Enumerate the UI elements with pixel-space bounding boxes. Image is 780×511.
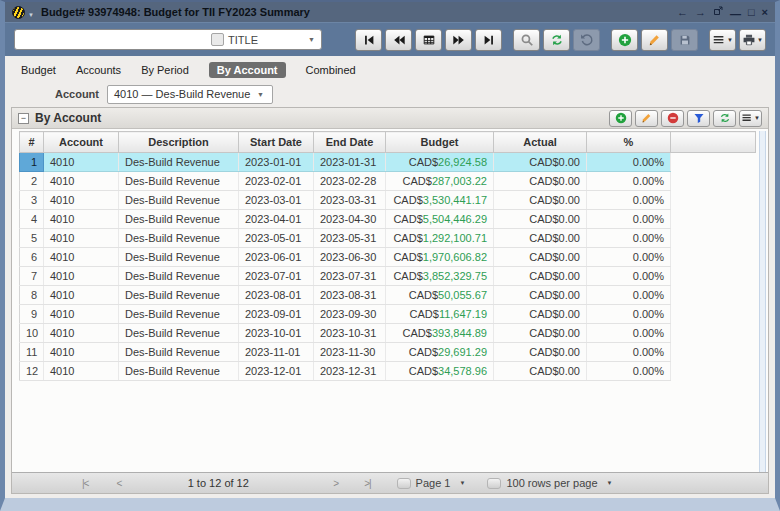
cell-description: Des-Build Revenue xyxy=(119,210,239,229)
table-row[interactable]: 11 4010 Des-Build Revenue 2023-11-01 202… xyxy=(20,343,756,362)
last-record-button[interactable] xyxy=(475,29,502,51)
first-record-button[interactable] xyxy=(355,29,382,51)
cell-percent: 0.00% xyxy=(587,267,671,286)
tab[interactable]: By Period xyxy=(141,64,189,76)
cell-end-date: 2023-10-31 xyxy=(314,324,386,343)
search-input[interactable] xyxy=(17,32,211,47)
column-header[interactable] xyxy=(671,132,756,153)
vertical-scrollbar[interactable] xyxy=(759,131,766,472)
list-menu-button[interactable]: ▼ xyxy=(709,29,736,51)
page-selector[interactable]: Page 1 ▼ xyxy=(397,477,466,489)
cell-account: 4010 xyxy=(44,267,119,286)
cell-percent: 0.00% xyxy=(587,343,671,362)
refresh-button[interactable] xyxy=(543,29,570,51)
minimize-icon[interactable]: — xyxy=(730,9,741,20)
table-row[interactable]: 5 4010 Des-Build Revenue 2023-05-01 2023… xyxy=(20,229,756,248)
table-row[interactable]: 7 4010 Des-Build Revenue 2023-07-01 2023… xyxy=(20,267,756,286)
tab[interactable]: By Account xyxy=(209,62,286,78)
next-page-icon[interactable]: > xyxy=(333,478,338,489)
column-header[interactable]: End Date xyxy=(314,132,386,153)
add-button[interactable] xyxy=(611,29,638,51)
close-icon[interactable]: × xyxy=(762,7,768,18)
cell-row-number: 8 xyxy=(20,286,44,305)
cell-filler xyxy=(671,305,756,324)
delete-row-button[interactable] xyxy=(661,110,684,127)
column-header[interactable]: Budget xyxy=(386,132,494,153)
cell-end-date: 2023-07-31 xyxy=(314,267,386,286)
cell-start-date: 2023-12-01 xyxy=(239,362,314,381)
back-icon[interactable]: ← xyxy=(677,7,688,18)
table-row[interactable]: 9 4010 Des-Build Revenue 2023-09-01 2023… xyxy=(20,305,756,324)
forward-icon[interactable]: → xyxy=(695,7,706,18)
column-header[interactable]: # xyxy=(20,132,44,153)
cell-budget: CAD$11,647.19 xyxy=(386,305,494,324)
tab[interactable]: Budget xyxy=(21,64,56,76)
edit-button[interactable] xyxy=(641,29,668,51)
column-header[interactable]: Description xyxy=(119,132,239,153)
table-row[interactable]: 6 4010 Des-Build Revenue 2023-06-01 2023… xyxy=(20,248,756,267)
first-page-icon[interactable]: |< xyxy=(82,478,88,489)
column-header[interactable]: % xyxy=(587,132,671,153)
table-row[interactable]: 1 4010 Des-Build Revenue 2023-01-01 2023… xyxy=(20,153,756,172)
edit-row-button[interactable] xyxy=(635,110,658,127)
search-button[interactable] xyxy=(513,29,540,51)
table-row[interactable]: 4 4010 Des-Build Revenue 2023-04-01 2023… xyxy=(20,210,756,229)
chevron-down-icon[interactable]: ▼ xyxy=(308,36,317,43)
grid-view-button[interactable] xyxy=(415,29,442,51)
cell-budget: CAD$50,055.67 xyxy=(386,286,494,305)
cell-row-number: 5 xyxy=(20,229,44,248)
cell-start-date: 2023-09-01 xyxy=(239,305,314,324)
cell-row-number: 4 xyxy=(20,210,44,229)
print-button[interactable]: ▼ xyxy=(739,29,766,51)
search-options-button[interactable] xyxy=(211,33,224,46)
cell-account: 4010 xyxy=(44,362,119,381)
filter-button[interactable] xyxy=(687,110,710,127)
table-row[interactable]: 8 4010 Des-Build Revenue 2023-08-01 2023… xyxy=(20,286,756,305)
table-row[interactable]: 12 4010 Des-Build Revenue 2023-12-01 202… xyxy=(20,362,756,381)
by-account-table: # Account Description Start Date End Dat… xyxy=(19,131,756,381)
table-body: 1 4010 Des-Build Revenue 2023-01-01 2023… xyxy=(20,153,756,381)
logo-menu-caret-icon[interactable]: ▼ xyxy=(28,12,34,18)
cell-description: Des-Build Revenue xyxy=(119,172,239,191)
grid-menu-button[interactable]: ▼ xyxy=(739,110,762,127)
chevron-down-icon: ▼ xyxy=(757,37,763,43)
cell-actual: CAD$0.00 xyxy=(494,172,587,191)
cell-budget: CAD$1,292,100.71 xyxy=(386,229,494,248)
next-record-button[interactable] xyxy=(445,29,472,51)
panel-actions: ▼ xyxy=(609,110,762,127)
cell-actual: CAD$0.00 xyxy=(494,210,587,229)
panel-title: By Account xyxy=(35,111,101,125)
page-selector-value: Page 1 xyxy=(416,477,451,489)
last-page-icon[interactable]: >| xyxy=(364,478,370,489)
chevron-down-icon: ▼ xyxy=(459,480,465,486)
chevron-down-icon: ▼ xyxy=(257,91,266,98)
account-select[interactable]: 4010 — Des-Build Revenue ▼ xyxy=(107,85,273,104)
table-row[interactable]: 3 4010 Des-Build Revenue 2023-03-01 2023… xyxy=(20,191,756,210)
page-size-selector[interactable]: 100 rows per page ▼ xyxy=(487,477,612,489)
add-row-button[interactable] xyxy=(609,110,632,127)
cell-budget: CAD$1,970,606.82 xyxy=(386,248,494,267)
app-logo-icon[interactable] xyxy=(12,6,25,19)
search-field-selector[interactable]: TITLE xyxy=(228,34,308,46)
column-header[interactable]: Actual xyxy=(494,132,587,153)
maximize-icon[interactable]: □ xyxy=(748,7,755,18)
table-row[interactable]: 10 4010 Des-Build Revenue 2023-10-01 202… xyxy=(20,324,756,343)
column-header[interactable]: Account xyxy=(44,132,119,153)
popout-icon[interactable] xyxy=(713,6,723,18)
previous-page-icon[interactable]: < xyxy=(116,478,121,489)
cell-actual: CAD$0.00 xyxy=(494,305,587,324)
collapse-panel-icon[interactable]: − xyxy=(18,113,29,124)
cell-percent: 0.00% xyxy=(587,229,671,248)
cell-start-date: 2023-02-01 xyxy=(239,172,314,191)
titlebar: ▼ Budget# 93974948: Budget for TII FY202… xyxy=(5,2,775,22)
cell-description: Des-Build Revenue xyxy=(119,305,239,324)
tab[interactable]: Combined xyxy=(306,64,356,76)
refresh-grid-button[interactable] xyxy=(713,110,736,127)
cell-row-number: 9 xyxy=(20,305,44,324)
tab[interactable]: Accounts xyxy=(76,64,121,76)
table-row[interactable]: 2 4010 Des-Build Revenue 2023-02-01 2023… xyxy=(20,172,756,191)
previous-record-button[interactable] xyxy=(385,29,412,51)
cell-filler xyxy=(671,191,756,210)
column-header[interactable]: Start Date xyxy=(239,132,314,153)
cell-percent: 0.00% xyxy=(587,362,671,381)
